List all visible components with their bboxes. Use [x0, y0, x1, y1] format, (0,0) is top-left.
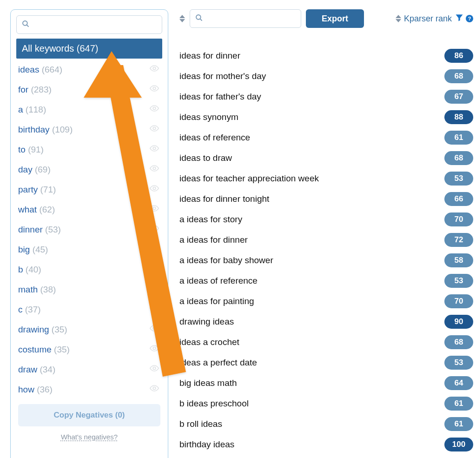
eye-icon[interactable]	[149, 203, 159, 216]
eye-icon[interactable]	[149, 103, 159, 116]
eye-icon[interactable]	[149, 263, 159, 276]
result-score: 70	[444, 294, 473, 308]
keyword-word: drawing	[18, 325, 49, 334]
result-row[interactable]: ideas a perfect date53	[179, 352, 473, 373]
eye-icon[interactable]	[149, 163, 159, 176]
sidebar-search-input[interactable]	[33, 20, 157, 29]
eye-icon[interactable]	[149, 63, 159, 76]
result-row[interactable]: a ideas for painting70	[179, 291, 473, 312]
result-phrase: ideas for father's day	[179, 92, 261, 102]
sort-icon[interactable]	[179, 15, 185, 22]
eye-icon[interactable]	[149, 183, 159, 196]
keyword-count: (36)	[37, 385, 53, 394]
result-row[interactable]: a ideas for story70	[179, 209, 473, 230]
keyword-row[interactable]: costume (35)	[16, 339, 162, 359]
keyword-row[interactable]: b (40)	[16, 259, 162, 279]
rank-header[interactable]: Kparser rank ?	[396, 13, 473, 25]
keyword-row[interactable]: a (118)	[16, 100, 162, 119]
eye-icon[interactable]	[149, 83, 159, 96]
result-row[interactable]: ideas for dinner86	[179, 46, 473, 66]
keyword-row[interactable]: how (36)	[16, 379, 162, 399]
keyword-count: (35)	[54, 345, 70, 354]
keyword-row[interactable]: ideas (664)	[16, 60, 162, 80]
eye-icon[interactable]	[149, 223, 159, 236]
result-row[interactable]: ideas synonym88	[179, 107, 473, 127]
keyword-row[interactable]: drawing (35)	[16, 319, 162, 339]
result-row[interactable]: drawing ideas90	[179, 312, 473, 332]
svg-point-16	[153, 347, 156, 350]
svg-point-3	[153, 87, 156, 90]
eye-icon[interactable]	[149, 243, 159, 256]
export-button[interactable]: Export	[306, 9, 364, 28]
keyword-row[interactable]: day (69)	[16, 159, 162, 179]
eye-icon[interactable]	[149, 123, 159, 136]
help-icon[interactable]: ?	[466, 15, 473, 22]
keyword-row[interactable]: party (71)	[16, 179, 162, 199]
svg-point-14	[153, 307, 156, 310]
eye-icon[interactable]	[149, 303, 159, 316]
result-phrase: ideas for dinner tonight	[179, 194, 269, 204]
result-row[interactable]: a ideas of reference53	[179, 271, 473, 291]
keyword-row[interactable]: for (283)	[16, 80, 162, 100]
result-phrase: ideas for teacher appreciation week	[179, 173, 319, 184]
result-row[interactable]: b ideas preschool61	[179, 393, 473, 414]
svg-line-1	[26, 25, 28, 27]
keyword-row[interactable]: draw (34)	[16, 359, 162, 379]
keyword-text: dinner (53)	[18, 225, 61, 235]
result-row[interactable]: big ideas math64	[179, 373, 473, 393]
eye-icon[interactable]	[149, 363, 159, 376]
sidebar-search[interactable]	[16, 15, 162, 34]
keyword-text: b (40)	[18, 265, 41, 275]
keyword-count: (35)	[52, 325, 67, 334]
result-row[interactable]: birthday ideas100	[179, 434, 473, 455]
keyword-row[interactable]: math (38)	[16, 279, 162, 299]
result-row[interactable]: a ideas for baby shower58	[179, 250, 473, 271]
keyword-row[interactable]: birthday (109)	[16, 119, 162, 139]
result-score: 61	[444, 131, 473, 145]
result-row[interactable]: ideas a crochet68	[179, 332, 473, 352]
result-score: 68	[444, 151, 473, 165]
eye-icon[interactable]	[149, 143, 159, 156]
keyword-count: (62)	[39, 205, 55, 214]
keyword-row[interactable]: c (37)	[16, 299, 162, 319]
keyword-list: ideas (664)for (283)a (118)birthday (109…	[16, 60, 162, 399]
keyword-count: (45)	[33, 245, 48, 254]
all-keywords-row[interactable]: All keywords (647)	[16, 39, 162, 59]
keyword-word: for	[18, 85, 28, 94]
search-icon	[21, 20, 30, 30]
keyword-row[interactable]: to (91)	[16, 139, 162, 159]
keyword-row[interactable]: dinner (53)	[16, 219, 162, 239]
result-row[interactable]: ideas for father's day67	[179, 86, 473, 107]
copy-negatives-button[interactable]: Copy Negatives (0)	[18, 404, 160, 426]
result-row[interactable]: ideas for teacher appreciation week53	[179, 168, 473, 189]
sort-icon[interactable]	[396, 15, 401, 22]
eye-icon[interactable]	[149, 283, 159, 296]
eye-icon[interactable]	[149, 383, 159, 396]
keyword-row[interactable]: big (45)	[16, 239, 162, 259]
result-row[interactable]: a ideas for dinner72	[179, 230, 473, 250]
whats-negatives-link[interactable]: What's negatives?	[16, 433, 162, 441]
result-row[interactable]: ideas to draw68	[179, 148, 473, 168]
keyword-count: (37)	[25, 305, 41, 314]
main-search-input[interactable]	[207, 14, 302, 23]
keyword-word: how	[18, 385, 34, 394]
result-phrase: birthday ideas	[179, 439, 234, 450]
svg-point-5	[153, 127, 156, 130]
main-search[interactable]	[190, 9, 301, 28]
keyword-text: what (62)	[18, 205, 55, 215]
result-score: 58	[444, 253, 473, 267]
keyword-count: (53)	[45, 225, 61, 234]
result-score: 86	[444, 49, 473, 63]
keyword-row[interactable]: what (62)	[16, 199, 162, 219]
result-row[interactable]: ideas of reference61	[179, 127, 473, 148]
result-row[interactable]: ideas for mother's day68	[179, 66, 473, 86]
svg-point-15	[153, 327, 156, 330]
keyword-word: draw	[18, 365, 37, 374]
result-phrase: ideas a perfect date	[179, 358, 257, 368]
eye-icon[interactable]	[149, 343, 159, 356]
filter-icon[interactable]	[455, 13, 464, 25]
result-row[interactable]: ideas for dinner tonight66	[179, 189, 473, 209]
result-phrase: ideas for dinner	[179, 51, 240, 61]
result-row[interactable]: b roll ideas61	[179, 414, 473, 434]
eye-icon[interactable]	[149, 323, 159, 336]
